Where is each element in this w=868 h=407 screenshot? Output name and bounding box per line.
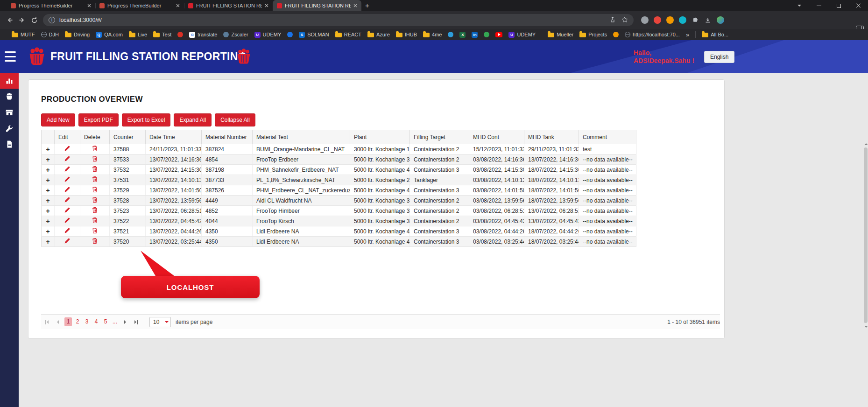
browser-tab-2[interactable]: Progress ThemeBuilder: [95, 0, 184, 11]
puzzle-icon[interactable]: [692, 16, 699, 24]
bookmark-https-localhost-70[interactable]: https://localhost:70...: [625, 32, 680, 37]
add-new-button[interactable]: Add New: [41, 113, 75, 126]
edit-row-button[interactable]: [64, 238, 71, 244]
bookmark-ihub[interactable]: IHUB: [396, 32, 417, 37]
download-icon[interactable]: [704, 16, 712, 24]
column-header-mhd-cont[interactable]: MHD Cont: [469, 130, 524, 144]
page-button-3[interactable]: 3: [83, 317, 91, 326]
column-header-date-time[interactable]: Date Time: [146, 130, 202, 144]
tab-close-icon[interactable]: [265, 4, 268, 7]
bookmark-youtube-21[interactable]: [495, 32, 502, 37]
tab-close-icon[interactable]: [87, 4, 91, 7]
delete-row-button[interactable]: [92, 145, 98, 152]
expand-row-button[interactable]: +: [46, 156, 49, 163]
url-text[interactable]: localhost:3000/#/: [59, 17, 609, 23]
bookmark-dot-20[interactable]: [484, 32, 489, 37]
share-icon[interactable]: [609, 16, 616, 24]
profile-avatar[interactable]: [717, 16, 724, 24]
address-bar[interactable]: i localhost:3000/#/: [43, 14, 634, 26]
browser-tab-1[interactable]: Progress ThemeBuilder: [7, 0, 95, 11]
delete-row-button[interactable]: [92, 217, 98, 224]
expand-row-button[interactable]: +: [46, 228, 49, 235]
bookmark-dot-26[interactable]: [613, 32, 619, 37]
maximize-button[interactable]: [829, 0, 848, 11]
extension-orange-icon[interactable]: [666, 16, 674, 24]
bookmark-zscaler[interactable]: Zscaler: [223, 32, 248, 37]
bookmark-live[interactable]: Live: [129, 32, 147, 37]
browser-tab-3[interactable]: FRUIT FILLING STATION REPORTING: [184, 0, 273, 11]
scrollbar-up-icon[interactable]: [864, 141, 868, 145]
column-header-delete[interactable]: Delete: [80, 130, 110, 144]
first-page-button[interactable]: [41, 319, 52, 325]
column-header-filling-target[interactable]: Filling Target: [410, 130, 469, 144]
site-info-icon[interactable]: i: [49, 17, 55, 23]
scrollbar-down-icon[interactable]: [864, 326, 868, 330]
page-button-1[interactable]: 1: [64, 317, 72, 326]
tab-search-chevron-icon[interactable]: [790, 0, 809, 11]
expand-row-button[interactable]: +: [46, 218, 49, 225]
bookmark-all-bo[interactable]: All Bo...: [702, 32, 728, 37]
new-tab-button[interactable]: +: [365, 0, 369, 11]
last-page-button[interactable]: [131, 319, 142, 325]
menu-hamburger-icon[interactable]: [5, 51, 16, 62]
bookmark-projects[interactable]: Projects: [579, 32, 607, 37]
edit-row-button[interactable]: [64, 186, 71, 193]
minimize-button[interactable]: [809, 0, 829, 11]
page-button-4[interactable]: 4: [92, 317, 100, 326]
bookmark-dot-7[interactable]: [177, 32, 183, 37]
delete-row-button[interactable]: [92, 155, 98, 162]
expand-row-button[interactable]: +: [46, 176, 49, 184]
sidebar-item-station[interactable]: [0, 105, 19, 120]
bookmark-mueller[interactable]: Mueller: [548, 32, 573, 37]
tab-close-icon[interactable]: [176, 4, 180, 7]
bookmark-react[interactable]: REACT: [335, 32, 361, 37]
export-to-excel-button[interactable]: Export to Excel: [122, 113, 171, 126]
export-pdf-button[interactable]: Export PDF: [78, 113, 119, 126]
back-button[interactable]: [4, 14, 16, 26]
forward-button[interactable]: [16, 14, 28, 26]
bookmark-mutf[interactable]: MUTF: [12, 32, 35, 37]
refresh-button[interactable]: [28, 14, 40, 26]
column-header-expand[interactable]: [42, 130, 55, 144]
prev-page-button[interactable]: [52, 319, 64, 325]
page-size-select[interactable]: 10: [149, 317, 171, 327]
expand-row-button[interactable]: +: [46, 166, 49, 174]
column-header-edit[interactable]: Edit: [55, 130, 80, 144]
column-header-material-text[interactable]: Material Text: [253, 130, 350, 144]
bookmark-udemy[interactable]: UUDEMY: [508, 32, 536, 38]
browser-tab-4[interactable]: FRUIT FILLING STATION REPORTING: [273, 0, 361, 11]
column-header-material-number[interactable]: Material Number: [202, 130, 253, 144]
extension-user-icon[interactable]: [641, 16, 649, 24]
delete-row-button[interactable]: [92, 207, 98, 213]
expand-row-button[interactable]: +: [46, 207, 49, 215]
page-button-[interactable]: ...: [111, 317, 119, 326]
bookmark-solman[interactable]: SSOLMAN: [299, 32, 329, 38]
next-page-button[interactable]: [120, 319, 131, 325]
close-window-button[interactable]: [848, 0, 868, 11]
edit-row-button[interactable]: [64, 155, 71, 162]
bookmark-4me[interactable]: 4me: [423, 32, 442, 37]
bookmark-letter-18[interactable]: X: [459, 32, 466, 38]
column-header-counter[interactable]: Counter: [110, 130, 146, 144]
edit-row-button[interactable]: [64, 217, 71, 224]
expand-row-button[interactable]: +: [46, 238, 49, 246]
scrollbar-thumb[interactable]: [864, 147, 868, 323]
extension-teal-icon[interactable]: [679, 16, 686, 24]
delete-row-button[interactable]: [92, 227, 98, 234]
column-header-comment[interactable]: Comment: [579, 130, 636, 144]
delete-row-button[interactable]: [92, 238, 98, 244]
expand-row-button[interactable]: +: [46, 146, 49, 153]
bookmark-driving[interactable]: Driving: [65, 32, 90, 37]
delete-row-button[interactable]: [92, 176, 98, 182]
page-button-5[interactable]: 5: [102, 317, 109, 326]
bookmark-dot-11[interactable]: [287, 32, 293, 37]
bookmark-translate[interactable]: Gtranslate: [189, 32, 217, 38]
expand-all-button[interactable]: Expand All: [174, 113, 212, 126]
delete-row-button[interactable]: [92, 166, 98, 172]
edit-row-button[interactable]: [64, 166, 71, 172]
expand-row-button[interactable]: +: [46, 187, 49, 194]
favorite-star-icon[interactable]: [621, 16, 628, 24]
extension-red-icon[interactable]: [654, 16, 661, 24]
tab-close-icon[interactable]: [353, 4, 357, 7]
column-header-plant[interactable]: Plant: [350, 130, 410, 144]
